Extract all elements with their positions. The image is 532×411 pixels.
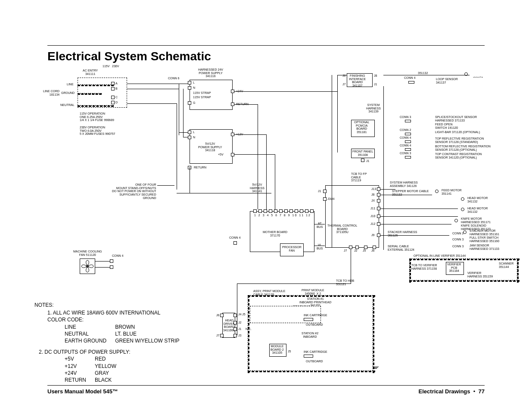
tcb-j6b: J6 xyxy=(371,249,374,252)
tcb-j11: J11 xyxy=(370,207,375,210)
color-code-hdr: COLOR CODE: xyxy=(47,316,188,323)
label-machine-fan: MACHINE COOLING FAN 511120 xyxy=(73,250,102,256)
label-topref: TOP REFLECTIVE REGISTRATION SENSOR 37112… xyxy=(435,137,484,143)
ps24-strap1: 115V STRAP xyxy=(193,91,211,95)
label-headmotor1: HEAD MOTOR 341132 xyxy=(467,196,488,203)
ground-symbol-icon xyxy=(373,366,379,369)
page-title: Electrical System Schematic xyxy=(47,50,211,63)
tcb-j1: J1 xyxy=(318,190,321,193)
tcb-jx: JX xyxy=(371,199,375,202)
hdb-j3: J3 xyxy=(238,334,241,337)
label-conn4-fan: CONN 4 xyxy=(112,254,123,258)
label-pcmcia: OPTIONAL PCMCIA BOARD 351181 xyxy=(354,121,369,134)
label-contrast: TOP CONTRAST REGISTRATION SENSOR 341120 … xyxy=(435,153,482,159)
ps24-strap2: 115V STRAP xyxy=(193,96,211,99)
ps512-5v: +5V xyxy=(218,153,224,156)
page-footer: Users Manual Model 545™ Electrical Drawi… xyxy=(47,385,485,395)
label-230v-op: 230V OPERATION TWO 6.0A 250V 5 X 20MM FU… xyxy=(80,126,115,136)
mod2-j5: J5 xyxy=(288,350,291,353)
label-headmotor2: HEAD MOTOR 341132 xyxy=(467,207,488,213)
ps24-L: L xyxy=(193,81,195,84)
ac-color-table: LINEBROWN NEUTRALLT. BLUE EARTH GROUNDGR… xyxy=(65,324,188,345)
tcb-j2: J2 xyxy=(354,249,357,252)
tcb-j12: J12 xyxy=(370,222,375,226)
label-24v-ps: HARNESSED 24V POWER SUPPLY 341116 xyxy=(198,68,223,78)
sh-conn3: CONN 3 xyxy=(400,115,411,119)
label-line-cord: LINE CORD 181134 xyxy=(43,90,59,96)
label-ver-pcb: VERIFIER PCB 351184 xyxy=(447,263,461,273)
hdb-j4j5: J4 J5 xyxy=(238,313,246,316)
label-115v-op: 115V OPERATION ONE 6.25A 250V 1/4 X 1 1/… xyxy=(80,112,114,122)
fp-j1: J1 xyxy=(366,159,369,163)
label-finishing: FINISHING INTERFACE BOARD 341107 xyxy=(349,74,366,87)
footer-dot-icon: • xyxy=(472,388,478,395)
label-proc-fan: PROCESSOR FAN xyxy=(282,246,302,252)
ps24-N: N xyxy=(193,86,195,90)
label-512-ps: 5V/12V POWER SUPPLY 341118 xyxy=(198,142,222,152)
label-ink2: INK CARTRIDGE xyxy=(304,350,327,354)
label-vl-bus: VL BUS xyxy=(317,243,323,250)
terminal-a: A xyxy=(115,82,118,85)
notes-block: NOTES: 1. ALL AC WIRE 18AWG 600V INTERNA… xyxy=(47,302,188,383)
tcb-j7b: J7 xyxy=(344,249,347,252)
schematic-diagram: 115V 230V AC ENTRY 341111 LINE CORD 1811… xyxy=(47,65,485,375)
label-jam: JAM SENSOR HARNESSED 371133 xyxy=(470,244,499,250)
sh-conn4a: CONN 4 xyxy=(400,136,411,140)
label-conn6: CONN 6 xyxy=(168,77,179,80)
ps-24v-box xyxy=(190,80,233,110)
label-nc: N.C. xyxy=(246,327,252,331)
label-standoff: ONE OF FOUR MOUNT STAND-OFFS/NUTS DO NOT… xyxy=(112,183,156,199)
footer-section: Electrical Drawings xyxy=(419,388,470,395)
label-tcb-hdb: TCB TO HDB 351121 xyxy=(336,279,354,286)
hdb-j2: J2 xyxy=(238,321,241,324)
label-line: LINE xyxy=(67,83,74,86)
footer-right: Electrical Drawings • 77 xyxy=(419,388,485,395)
label-print-mod: PRINT MODULE 345090 X 2 xyxy=(302,289,324,295)
dc-color-table: +5VRED +12VYELLOW +24VGRAY RETURNBLACK xyxy=(65,355,125,383)
label-front-panel: FRONT PANEL 351108 xyxy=(352,150,373,156)
label-conn4-top: CONN 4 xyxy=(404,76,415,80)
terminal-d: D xyxy=(115,101,118,104)
footer-page-no: 77 xyxy=(479,388,485,395)
tcb-j10: J10 xyxy=(370,215,375,218)
fin-j8: J8 xyxy=(374,74,377,78)
ac-entry-box xyxy=(78,78,127,108)
hdb-j6: J6 xyxy=(216,314,219,317)
tcb-j9: J9 xyxy=(371,234,374,237)
label-tcb-fp: TCB TO FP CABLE 371119 xyxy=(351,172,367,182)
label-verifier-opt: OPTIONAL IN LINE VERIFIER 351144 xyxy=(414,254,466,258)
label-351132: 351132 xyxy=(418,72,428,75)
label-at-bus: AT BUS xyxy=(317,222,323,228)
terminal-b: B xyxy=(115,87,118,90)
top-rule xyxy=(47,45,485,46)
note-2: 2. DC OUTPUTS OF POWER SUPPLY: xyxy=(39,349,188,355)
label-lightbar: LIGHT-BAR 371120 (OPTIONAL) xyxy=(435,131,480,134)
tcb-j3u4: J3U4 xyxy=(327,197,334,201)
fan-icon xyxy=(80,258,95,274)
notes-header: NOTES: xyxy=(34,302,188,308)
label-conn4-mb: CONN 4 xyxy=(229,236,240,240)
terminal-c: C xyxy=(115,96,118,99)
sh-conn2: CONN 2 xyxy=(400,128,411,132)
label-outboard2: OUTBOARD xyxy=(306,360,323,363)
label-splice: SPLICE/STOCKOUT SENSOR HARNESSED 371133 xyxy=(435,115,477,122)
note-1: 1. ALL AC WIRE 18AWG 600V INTERNATIONAL xyxy=(47,309,188,316)
label-serial-ext: SERIAL CABLE EXTERNAL 351124 xyxy=(388,245,414,251)
label-sys-harness: SYSTEM HARNESS 341139 xyxy=(366,103,381,113)
label-assy-pm: ASSY, PRINT MODULE CABLE 341128 xyxy=(253,290,285,296)
label-feedopen: FEED OPEN SWITCH 191120 xyxy=(435,123,458,129)
label-mod2: MODULE BOARD 2 341105 xyxy=(271,345,284,355)
label-scanner: SCANNER 351144 xyxy=(499,262,513,268)
ac-row: LINE xyxy=(65,324,115,330)
ps512-return: RETURN xyxy=(194,166,206,169)
label-stacker-harn: STACKER HARNESS 351125 xyxy=(388,230,417,237)
stk-conn3: CONN 3 xyxy=(452,238,464,241)
label-outboard: OUTBOARD xyxy=(306,323,323,327)
page: Electrical System Schematic 115V 230V AC… xyxy=(0,0,532,411)
ps512-L: L xyxy=(193,131,195,134)
label-230v: 230V xyxy=(112,65,119,68)
ps512-N: N xyxy=(193,136,195,139)
label-ver-harn: VERIFIER HARNESS 351159 xyxy=(467,271,493,278)
label-feedmotor: FEED MOTOR 351141 xyxy=(442,189,462,195)
hdb-j1: J1 xyxy=(238,327,241,331)
